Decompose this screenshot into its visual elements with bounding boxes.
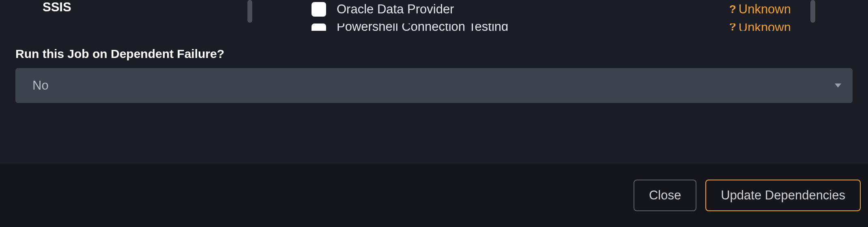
dialog-footer: Close Update Dependencies: [0, 163, 868, 227]
left-scrollbar[interactable]: [247, 0, 252, 23]
status-column: ? Unknown ? Unknown: [729, 0, 791, 36]
status-badge-unknown: ? Unknown: [729, 0, 791, 19]
chevron-down-icon: [835, 84, 841, 88]
run-on-failure-label: Run this Job on Dependent Failure?: [15, 47, 853, 61]
right-scrollbar[interactable]: [810, 0, 815, 23]
status-text: Unknown: [739, 2, 791, 17]
category-item-ssis[interactable]: SSIS: [43, 0, 71, 15]
dependency-list: Oracle Data Provider Powershell Connecti…: [312, 0, 539, 36]
status-badge-unknown: ? Unknown: [729, 24, 791, 31]
dependency-label: Oracle Data Provider: [337, 2, 454, 17]
dependency-checkbox[interactable]: [312, 2, 326, 17]
question-icon: ?: [729, 3, 736, 16]
close-button[interactable]: Close: [634, 180, 696, 211]
dependency-checkbox[interactable]: [312, 24, 326, 31]
question-icon: ?: [729, 24, 736, 31]
select-value: No: [32, 78, 49, 93]
dependency-row: Oracle Data Provider: [312, 0, 539, 19]
dependency-label: Powershell Connection Testing: [337, 24, 508, 31]
status-text: Unknown: [739, 24, 791, 31]
dependency-row: Powershell Connection Testing: [312, 24, 539, 31]
update-dependencies-button[interactable]: Update Dependencies: [705, 180, 861, 211]
run-on-failure-select[interactable]: No: [15, 68, 853, 103]
